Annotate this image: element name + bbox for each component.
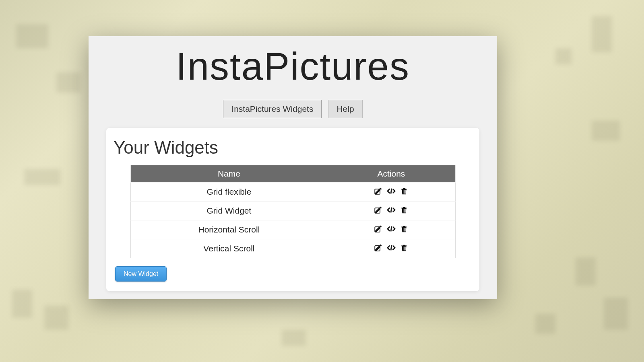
widget-name-cell: Grid flexible — [130, 183, 327, 202]
column-header-actions: Actions — [327, 165, 455, 183]
nav-tabs: InstaPictures Widgets Help — [89, 93, 497, 128]
edit-icon[interactable] — [374, 243, 383, 253]
main-panel: InstaPictures InstaPictures Widgets Help… — [89, 36, 497, 299]
widget-actions-cell — [327, 183, 455, 202]
widget-name-cell: Horizontal Scroll — [130, 220, 327, 239]
widgets-table: Name Actions Grid flexible Grid Widget — [130, 165, 456, 258]
trash-icon[interactable] — [399, 186, 409, 196]
tab-instapictures-widgets[interactable]: InstaPictures Widgets — [223, 100, 322, 118]
new-widget-button[interactable]: New Widget — [115, 266, 167, 282]
code-icon[interactable] — [386, 205, 396, 215]
widget-actions-cell — [327, 239, 455, 258]
app-title: InstaPictures — [89, 36, 497, 93]
code-icon[interactable] — [386, 224, 396, 234]
trash-icon[interactable] — [399, 243, 409, 253]
widget-actions-cell — [327, 202, 455, 220]
table-row: Grid flexible — [130, 183, 455, 202]
svg-line-3 — [391, 208, 392, 213]
table-row: Horizontal Scroll — [130, 220, 455, 239]
trash-icon[interactable] — [399, 205, 409, 215]
edit-icon[interactable] — [374, 205, 383, 215]
widget-name-cell: Grid Widget — [130, 202, 327, 220]
svg-line-1 — [391, 189, 392, 194]
widget-actions-cell — [327, 220, 455, 239]
edit-icon[interactable] — [374, 186, 383, 196]
edit-icon[interactable] — [374, 224, 383, 234]
code-icon[interactable] — [386, 186, 396, 196]
table-row: Vertical Scroll — [130, 239, 455, 258]
svg-line-5 — [391, 226, 392, 232]
widgets-card: Your Widgets Name Actions Grid flexible — [106, 128, 479, 291]
code-icon[interactable] — [386, 243, 396, 253]
tab-help[interactable]: Help — [328, 100, 362, 118]
card-title: Your Widgets — [106, 135, 479, 165]
column-header-name: Name — [130, 165, 327, 183]
trash-icon[interactable] — [399, 224, 409, 234]
table-row: Grid Widget — [130, 202, 455, 220]
widget-name-cell: Vertical Scroll — [130, 239, 327, 258]
svg-line-7 — [391, 245, 392, 251]
